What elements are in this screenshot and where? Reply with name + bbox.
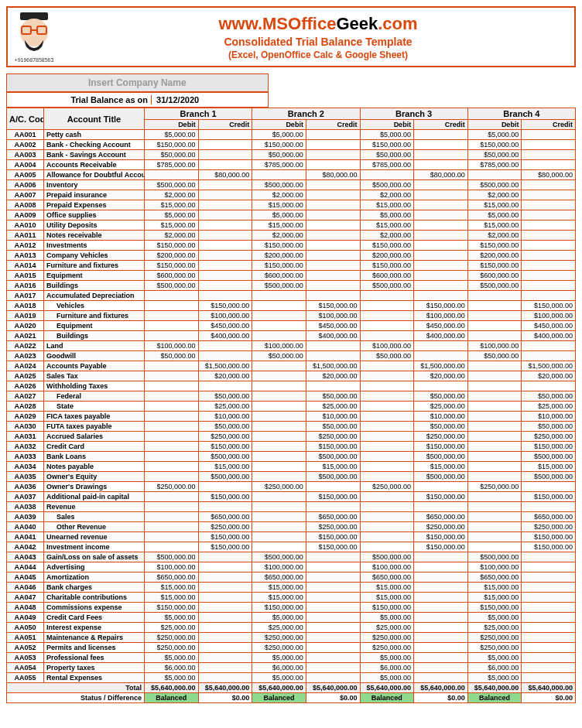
- credit-cell[interactable]: [306, 281, 360, 291]
- credit-cell[interactable]: [306, 241, 360, 251]
- credit-cell[interactable]: $150,000.00: [306, 301, 360, 311]
- credit-cell[interactable]: [198, 200, 252, 210]
- credit-cell[interactable]: $80,000.00: [198, 170, 252, 180]
- credit-cell[interactable]: [198, 231, 252, 241]
- debit-cell[interactable]: [467, 381, 522, 391]
- credit-cell[interactable]: [198, 603, 252, 613]
- debit-cell[interactable]: [360, 492, 414, 502]
- credit-cell[interactable]: [414, 653, 468, 663]
- debit-cell[interactable]: $2,000.00: [145, 190, 199, 200]
- credit-cell[interactable]: [414, 261, 468, 271]
- debit-cell[interactable]: $150,000.00: [360, 603, 414, 613]
- credit-cell[interactable]: [306, 562, 360, 572]
- debit-cell[interactable]: $100,000.00: [467, 562, 522, 572]
- debit-cell[interactable]: $50,000.00: [145, 351, 199, 361]
- debit-cell[interactable]: $150,000.00: [360, 241, 414, 251]
- debit-cell[interactable]: $2,000.00: [467, 190, 522, 200]
- debit-cell[interactable]: $200,000.00: [145, 251, 199, 261]
- debit-cell[interactable]: [360, 391, 414, 402]
- debit-cell[interactable]: [252, 371, 306, 381]
- debit-cell[interactable]: $5,000.00: [145, 210, 199, 220]
- debit-cell[interactable]: [467, 502, 522, 512]
- credit-cell[interactable]: $500,000.00: [414, 472, 468, 482]
- debit-cell[interactable]: $50,000.00: [360, 150, 414, 160]
- credit-cell[interactable]: [522, 603, 576, 613]
- debit-cell[interactable]: [467, 442, 522, 452]
- debit-cell[interactable]: [252, 462, 306, 472]
- credit-cell[interactable]: $50,000.00: [414, 422, 468, 432]
- debit-cell[interactable]: $15,000.00: [145, 593, 199, 603]
- debit-cell[interactable]: $250,000.00: [252, 643, 306, 653]
- credit-cell[interactable]: $250,000.00: [414, 432, 468, 442]
- credit-cell[interactable]: $400,000.00: [414, 331, 468, 341]
- debit-cell[interactable]: $500,000.00: [252, 281, 306, 291]
- debit-cell[interactable]: $250,000.00: [145, 643, 199, 653]
- credit-cell[interactable]: $10,000.00: [414, 412, 468, 422]
- credit-cell[interactable]: $150,000.00: [414, 542, 468, 552]
- debit-cell[interactable]: [252, 452, 306, 462]
- credit-cell[interactable]: [306, 231, 360, 241]
- credit-cell[interactable]: [522, 643, 576, 653]
- credit-cell[interactable]: [198, 663, 252, 673]
- credit-cell[interactable]: [306, 251, 360, 261]
- debit-cell[interactable]: [145, 462, 199, 472]
- debit-cell[interactable]: [467, 452, 522, 462]
- debit-cell[interactable]: $150,000.00: [360, 140, 414, 150]
- debit-cell[interactable]: $150,000.00: [252, 261, 306, 271]
- credit-cell[interactable]: [306, 643, 360, 653]
- credit-cell[interactable]: [198, 653, 252, 663]
- credit-cell[interactable]: [522, 140, 576, 150]
- credit-cell[interactable]: [414, 291, 468, 301]
- credit-cell[interactable]: $50,000.00: [306, 391, 360, 402]
- credit-cell[interactable]: $50,000.00: [198, 422, 252, 432]
- debit-cell[interactable]: $600,000.00: [252, 271, 306, 281]
- credit-cell[interactable]: $400,000.00: [198, 331, 252, 341]
- debit-cell[interactable]: $200,000.00: [360, 251, 414, 261]
- debit-cell[interactable]: $150,000.00: [360, 261, 414, 271]
- credit-cell[interactable]: [414, 613, 468, 623]
- debit-cell[interactable]: $25,000.00: [360, 623, 414, 633]
- debit-cell[interactable]: [467, 492, 522, 502]
- debit-cell[interactable]: $500,000.00: [252, 552, 306, 562]
- debit-cell[interactable]: $5,000.00: [360, 210, 414, 220]
- credit-cell[interactable]: [306, 261, 360, 271]
- credit-cell[interactable]: [306, 482, 360, 492]
- credit-cell[interactable]: [522, 150, 576, 160]
- credit-cell[interactable]: [522, 160, 576, 170]
- credit-cell[interactable]: $150,000.00: [198, 301, 252, 311]
- credit-cell[interactable]: [306, 180, 360, 190]
- credit-cell[interactable]: [414, 200, 468, 210]
- debit-cell[interactable]: $785,000.00: [360, 160, 414, 170]
- debit-cell[interactable]: $250,000.00: [145, 633, 199, 643]
- credit-cell[interactable]: [414, 210, 468, 220]
- debit-cell[interactable]: $15,000.00: [360, 583, 414, 593]
- debit-cell[interactable]: $250,000.00: [467, 633, 522, 643]
- debit-cell[interactable]: [467, 321, 522, 331]
- debit-cell[interactable]: $50,000.00: [467, 150, 522, 160]
- credit-cell[interactable]: $15,000.00: [198, 462, 252, 472]
- debit-cell[interactable]: [467, 371, 522, 381]
- debit-cell[interactable]: $15,000.00: [467, 220, 522, 231]
- debit-cell[interactable]: $500,000.00: [252, 180, 306, 190]
- credit-cell[interactable]: $250,000.00: [198, 522, 252, 532]
- debit-cell[interactable]: [467, 361, 522, 371]
- debit-cell[interactable]: [467, 542, 522, 552]
- credit-cell[interactable]: [522, 231, 576, 241]
- debit-cell[interactable]: $785,000.00: [145, 160, 199, 170]
- debit-cell[interactable]: $15,000.00: [467, 593, 522, 603]
- debit-cell[interactable]: [467, 462, 522, 472]
- debit-cell[interactable]: $2,000.00: [467, 231, 522, 241]
- credit-cell[interactable]: $500,000.00: [414, 452, 468, 462]
- credit-cell[interactable]: $500,000.00: [198, 472, 252, 482]
- credit-cell[interactable]: [198, 673, 252, 683]
- credit-cell[interactable]: $150,000.00: [414, 532, 468, 542]
- credit-cell[interactable]: $50,000.00: [522, 391, 576, 402]
- credit-cell[interactable]: $500,000.00: [522, 452, 576, 462]
- debit-cell[interactable]: $150,000.00: [145, 261, 199, 271]
- credit-cell[interactable]: [414, 502, 468, 512]
- credit-cell[interactable]: $10,000.00: [522, 412, 576, 422]
- credit-cell[interactable]: [414, 482, 468, 492]
- credit-cell[interactable]: $50,000.00: [306, 422, 360, 432]
- debit-cell[interactable]: [145, 492, 199, 502]
- credit-cell[interactable]: [306, 593, 360, 603]
